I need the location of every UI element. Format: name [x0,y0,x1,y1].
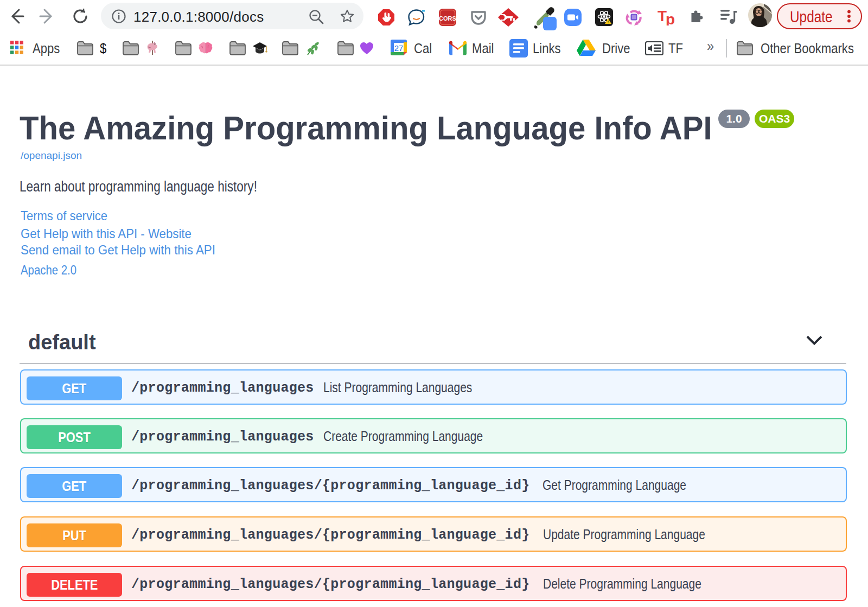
svg-text:CORS: CORS [439,15,456,22]
svg-text:p: p [666,11,675,25]
svg-text:!: ! [608,20,609,24]
svg-text:27: 27 [394,43,404,53]
